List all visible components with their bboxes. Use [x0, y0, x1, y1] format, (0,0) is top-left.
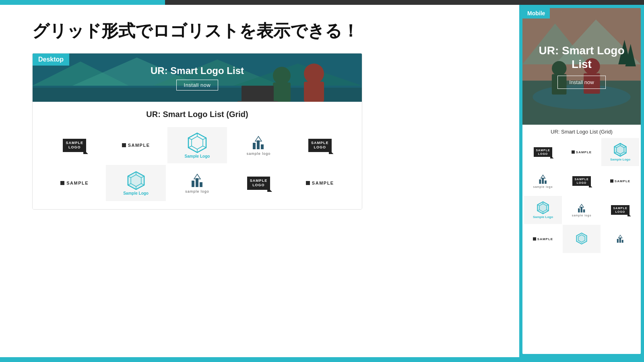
mobile-banner: Mobile — [522, 8, 641, 125]
teal-hex-logo-2: Sample Logo — [123, 171, 149, 195]
sample-logo-lower-1: sample logo — [247, 152, 271, 156]
banner-text-center: UR: Smart Logo List Install now — [151, 65, 244, 90]
mobile-install-button[interactable]: Install now — [557, 76, 605, 89]
svg-rect-23 — [261, 144, 264, 149]
sample-logo-1: SAMPLELOGO — [63, 139, 86, 152]
svg-rect-78 — [617, 239, 619, 243]
mobile-teal-hex-1: Sample Logo — [610, 143, 630, 161]
sample-logo-lower-2: sample logo — [185, 189, 209, 193]
svg-rect-60 — [545, 181, 547, 184]
sample-text-2: SAMPLE — [122, 143, 150, 148]
bar-chart-logo-2: sample logo — [185, 173, 209, 193]
logo-cell: sample logo — [229, 127, 288, 163]
teal-hex-logo-1: Sample Logo — [185, 132, 210, 158]
logo-cell-r2-4: SAMPLELOGO — [229, 165, 288, 201]
main-content: グリッド形式でロゴリストを表示できる！ Desktop — [0, 5, 644, 357]
mobile-card: Mobile — [522, 8, 641, 354]
mobile-bar-chart-3 — [615, 234, 625, 244]
mobile-logo-grid: SAMPLELOGO SAMPLE — [522, 138, 641, 253]
logo-cell: SAMPLELOGO — [290, 127, 350, 163]
sample-logo-5: SAMPLELOGO — [308, 139, 332, 152]
mobile-banner-text: UR: Smart LogoList Install now — [539, 44, 624, 89]
mobile-logo-cell-r3-2: sample logo — [563, 196, 601, 224]
logo-cell-r2-3: sample logo — [167, 165, 227, 201]
mobile-teal-hex-3 — [576, 232, 587, 245]
right-panel: Mobile — [519, 5, 644, 357]
sample-text-r2-5: SAMPLE — [306, 181, 334, 185]
mobile-sample-label-2: Sample Logo — [533, 215, 553, 219]
mobile-badge: Mobile — [522, 8, 550, 19]
mobile-logo-cell-r4-1: SAMPLE — [524, 225, 562, 253]
logo-cell-r2-5: SAMPLE — [290, 165, 350, 201]
mobile-logo-cell-2: SAMPLE — [563, 138, 601, 166]
logo-cell-r2: SAMPLE — [45, 165, 104, 201]
mobile-logo-cell-r2-1: sample logo — [524, 167, 562, 195]
mobile-sample-lower-1: sample logo — [533, 185, 553, 188]
svg-rect-36 — [200, 182, 202, 187]
svg-rect-73 — [583, 210, 585, 213]
desktop-install-button[interactable]: Install now — [176, 80, 219, 90]
logo-cell-highlighted-r2: Sample Logo — [106, 165, 165, 201]
mobile-logo-cell-3: Sample Logo — [601, 138, 639, 166]
top-bar — [0, 0, 644, 5]
svg-point-6 — [273, 67, 291, 84]
svg-rect-22 — [257, 140, 260, 149]
svg-rect-80 — [622, 240, 623, 243]
mobile-grid-title: UR: Smart Logo List (Grid) — [522, 125, 641, 138]
mobile-logo-cell-r3-1: Sample Logo — [524, 196, 562, 224]
svg-rect-79 — [619, 237, 621, 243]
desktop-banner-title: UR: Smart Logo List — [151, 65, 244, 76]
svg-point-8 — [304, 64, 324, 84]
svg-marker-13 — [192, 136, 203, 149]
svg-rect-59 — [542, 178, 544, 184]
mobile-logo-cell-r3-3: SAMPLELOGO — [601, 196, 639, 224]
mobile-logo-cell-r4-3 — [601, 225, 639, 253]
mobile-logo-cell-r2-2: SAMPLELOGO — [563, 167, 601, 195]
svg-rect-11 — [237, 101, 278, 102]
logo-cell-highlighted: Sample Logo — [167, 127, 227, 163]
svg-rect-21 — [253, 143, 256, 149]
mobile-sample-logo-r3-3: SAMPLELOGO — [611, 205, 629, 215]
mobile-sample-text-r4: SAMPLE — [533, 237, 553, 241]
bottom-strip — [0, 357, 644, 362]
mobile-sample-text-1: SAMPLE — [572, 150, 592, 154]
desktop-card: Desktop — [32, 53, 362, 210]
svg-rect-58 — [539, 179, 541, 184]
sample-logo-label-1: Sample Logo — [185, 154, 210, 158]
desktop-logo-grid: SAMPLELOGO SAMPLE — [45, 127, 350, 201]
mobile-sample-lower-2: sample logo — [572, 214, 592, 217]
svg-rect-34 — [192, 181, 194, 187]
mobile-sample-logo-1: SAMPLELOGO — [534, 147, 552, 157]
mobile-grid-section: UR: Smart Logo List (Grid) SAMPLELOGO SA… — [522, 125, 641, 253]
logo-cell: SAMPLE — [106, 127, 165, 163]
mobile-bar-chart-1: sample logo — [533, 174, 553, 188]
main-title: グリッド形式でロゴリストを表示できる！ — [32, 21, 503, 41]
top-bar-left — [0, 0, 165, 5]
bar-chart-logo-1: sample logo — [247, 135, 271, 156]
mobile-logo-cell-r4-2 — [563, 225, 601, 253]
mobile-logo-cell: SAMPLELOGO — [524, 138, 562, 166]
mobile-sample-label-1: Sample Logo — [610, 158, 630, 161]
svg-rect-9 — [304, 82, 324, 102]
desktop-badge: Desktop — [33, 53, 69, 66]
svg-rect-72 — [580, 207, 582, 212]
svg-rect-71 — [578, 208, 580, 212]
sample-logo-label-2: Sample Logo — [123, 191, 149, 195]
sample-logo-r2-4: SAMPLELOGO — [247, 177, 270, 190]
mobile-sample-logo-r2-2: SAMPLELOGO — [572, 176, 590, 186]
mobile-bar-chart-2: sample logo — [572, 203, 592, 217]
svg-rect-10 — [242, 86, 274, 102]
left-panel: グリッド形式でロゴリストを表示できる！ Desktop — [0, 5, 519, 357]
desktop-grid-title: UR: Smart Logo List (Grid) — [45, 110, 350, 119]
mobile-banner-title: UR: Smart LogoList — [539, 44, 624, 71]
top-bar-right — [165, 0, 644, 5]
mobile-teal-hex-2: Sample Logo — [533, 201, 553, 219]
mobile-logo-cell-r2-3: SAMPLE — [601, 167, 639, 195]
svg-rect-35 — [196, 178, 198, 187]
desktop-grid-section: UR: Smart Logo List (Grid) SAMPLELOGO SA… — [33, 102, 362, 209]
svg-rect-7 — [273, 82, 291, 102]
logo-cell: SAMPLELOGO — [45, 127, 104, 163]
desktop-banner: Desktop — [33, 53, 362, 102]
mobile-sample-text-r2: SAMPLE — [610, 179, 630, 183]
sample-text-r2-1: SAMPLE — [60, 181, 89, 185]
